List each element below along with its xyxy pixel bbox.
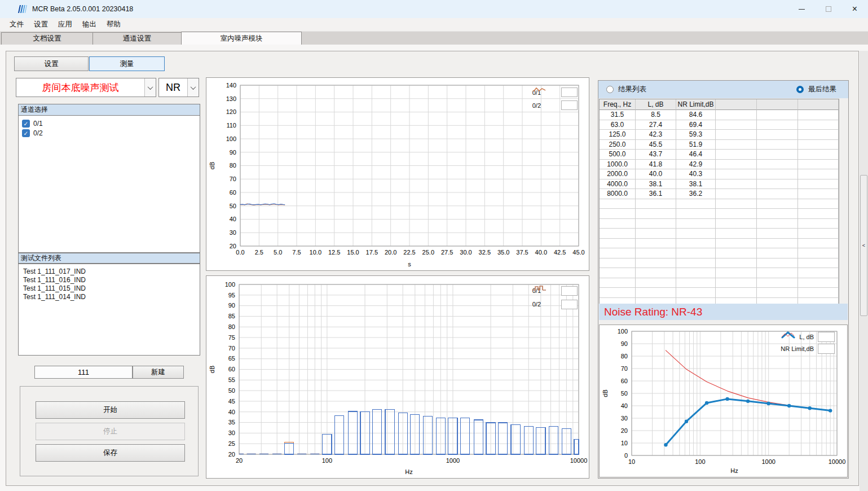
channel-checkbox-checked[interactable]: ✓ [22, 120, 30, 128]
table-cell [798, 199, 839, 209]
svg-text:100: 100 [226, 135, 236, 142]
svg-text:10.0: 10.0 [310, 249, 321, 256]
new-button[interactable]: 新建 [133, 366, 184, 379]
table-cell [600, 209, 636, 219]
table-cell [676, 229, 716, 239]
svg-text:20: 20 [230, 243, 236, 249]
svg-text:37.5: 37.5 [516, 249, 528, 256]
svg-text:75: 75 [228, 334, 235, 341]
table-cell [798, 179, 839, 190]
window-title: MCR Beta 2.05.0.001 20230418 [32, 5, 133, 13]
tab-document-settings[interactable]: 文档设置 [1, 32, 93, 45]
table-cell [600, 288, 636, 298]
table-cell: 40.0 [636, 169, 676, 179]
rating-type-combobox[interactable]: NR [158, 78, 199, 97]
panel-collapse-handle[interactable]: < [860, 175, 867, 316]
table-cell [716, 189, 757, 199]
menu-item-help[interactable]: 帮助 [102, 18, 126, 31]
legend-bar-icon [561, 300, 578, 309]
test-type-combobox[interactable]: 房间本底噪声测试 [16, 78, 156, 97]
table-cell [636, 258, 676, 269]
start-button[interactable]: 开始 [36, 401, 185, 419]
menu-item-file[interactable]: 文件 [5, 18, 29, 31]
svg-text:110: 110 [226, 122, 236, 129]
svg-text:80: 80 [228, 323, 235, 330]
table-cell [757, 268, 798, 278]
table-cell [757, 239, 798, 249]
table-cell [798, 209, 839, 219]
maximize-button[interactable] [815, 0, 841, 18]
menu-item-output[interactable]: 输出 [77, 18, 102, 31]
radio-result-list[interactable]: 结果列表 [606, 85, 646, 94]
svg-text:70: 70 [228, 345, 235, 352]
legend-row: NR Limit,dB [781, 343, 835, 354]
file-list-item[interactable]: Test 1_111_017_IND [20, 268, 199, 276]
tab-channel-settings[interactable]: 通道设置 [92, 32, 182, 45]
table-cell [676, 248, 716, 258]
channel-checkbox-checked[interactable]: ✓ [22, 129, 30, 137]
table-cell: 43.7 [636, 150, 676, 160]
svg-text:25.0: 25.0 [422, 249, 434, 256]
file-list-item[interactable]: Test 1_111_015_IND [20, 284, 199, 293]
legend-row: 0/2 [532, 297, 578, 311]
table-cell [600, 219, 636, 229]
svg-text:30: 30 [621, 415, 628, 422]
chevron-down-icon[interactable] [187, 78, 199, 97]
subtab-measure[interactable]: 测量 [89, 56, 165, 71]
file-list-item[interactable]: Test 1_111_016_IND [20, 276, 199, 284]
svg-text:35: 35 [228, 419, 235, 426]
radio-last-result[interactable]: 最后结果 [796, 85, 836, 94]
table-cell: 51.9 [676, 140, 716, 150]
nr-chart-legend: L, dBNR Limit,dB [781, 331, 835, 354]
minimize-button[interactable] [788, 0, 815, 18]
svg-text:70: 70 [621, 365, 628, 372]
window-controls: × [788, 0, 868, 18]
table-cell: 125.0 [600, 130, 636, 140]
table-cell [600, 248, 636, 258]
table-cell [636, 239, 676, 249]
close-button[interactable]: × [841, 0, 868, 18]
table-cell [716, 150, 757, 160]
table-cell [757, 140, 798, 150]
file-name-input[interactable] [34, 366, 133, 379]
table-cell [757, 229, 798, 239]
table-cell [716, 160, 757, 170]
chevron-down-icon[interactable] [144, 78, 156, 97]
table-cell [757, 199, 798, 209]
table-cell [716, 209, 757, 219]
time-chart-legend: 0/10/2 [532, 86, 578, 112]
svg-text:70: 70 [230, 176, 236, 182]
legend-bar-icon [561, 286, 578, 296]
table-cell [757, 258, 798, 269]
svg-text:40: 40 [230, 216, 236, 222]
svg-text:20.0: 20.0 [385, 249, 396, 256]
table-cell [716, 229, 757, 239]
save-button[interactable]: 保存 [36, 444, 185, 462]
menu-item-settings[interactable]: 设置 [29, 18, 53, 31]
svg-text:17.5: 17.5 [366, 249, 378, 256]
svg-text:100: 100 [322, 457, 332, 464]
table-cell: 46.4 [676, 150, 716, 160]
subtab-settings[interactable]: 设置 [14, 56, 89, 71]
radio-unselected-icon[interactable] [606, 86, 614, 93]
file-list-item[interactable]: Test 1_111_014_IND [20, 293, 199, 301]
svg-text:27.5: 27.5 [441, 249, 453, 256]
table-cell [716, 288, 757, 298]
table-cell [757, 248, 798, 258]
svg-text:Hz: Hz [405, 468, 412, 475]
svg-text:dB: dB [209, 162, 215, 169]
menu-item-application[interactable]: 应用 [53, 18, 77, 31]
table-header-cell: NR Limit,dB [676, 99, 716, 110]
table-cell [798, 189, 839, 199]
table-cell [757, 169, 798, 179]
table-cell [676, 288, 716, 298]
app-icon [17, 4, 27, 14]
channel-row: ✓0/2 [22, 128, 196, 138]
tab-indoor-noise-module[interactable]: 室内噪声模块 [181, 32, 302, 45]
channel-label: 0/1 [33, 120, 43, 128]
results-header: 结果列表 最后结果 [598, 81, 848, 98]
svg-text:40.0: 40.0 [535, 249, 547, 256]
svg-text:90: 90 [621, 340, 628, 347]
radio-selected-icon[interactable] [796, 86, 804, 93]
time-chart-svg: 20304050607080901001101201301400.02.55.0… [206, 78, 589, 270]
